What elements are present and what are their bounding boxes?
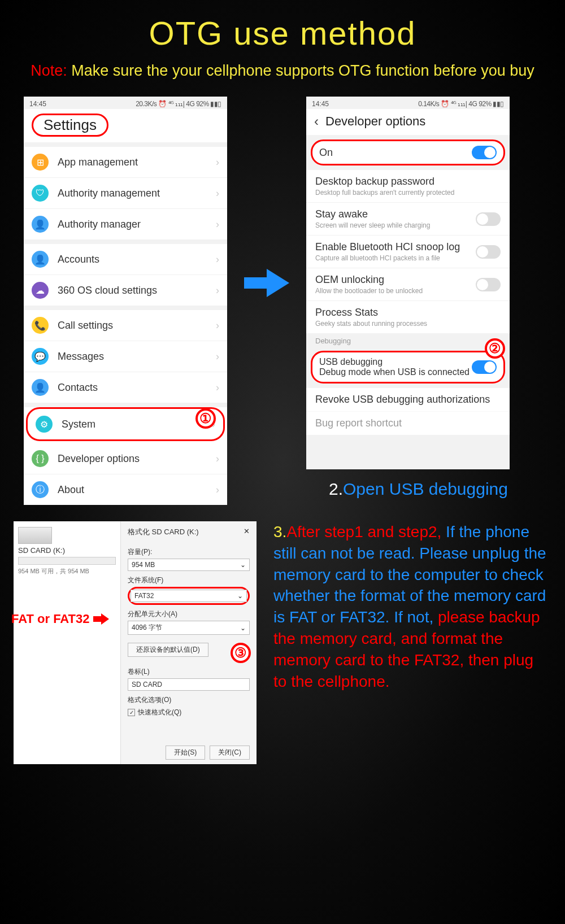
- capacity-value: 954 MB: [132, 561, 155, 569]
- status-time: 14:45: [312, 100, 329, 108]
- fat-text: FAT or FAT32: [11, 612, 90, 626]
- drive-title: SD CARD (K:): [18, 546, 116, 555]
- row-revoke-usb-auth[interactable]: Revoke USB debugging authorizations: [306, 388, 510, 411]
- settings-section-2: 👤 Accounts › ☁ 360 OS cloud settings ›: [24, 244, 227, 306]
- row-accounts[interactable]: 👤 Accounts ›: [24, 244, 227, 274]
- row-label: About: [58, 484, 216, 496]
- row-messages[interactable]: 💬 Messages ›: [24, 341, 227, 372]
- chevron-right-icon: ›: [216, 351, 219, 363]
- dev-on-highlight: On: [311, 140, 505, 165]
- row-developer-options[interactable]: { } Developer options ›: [24, 443, 227, 474]
- debugging-section-header: Debugging: [306, 333, 510, 348]
- close-button[interactable]: 关闭(C): [210, 746, 250, 760]
- step3-num: 3.: [273, 523, 286, 541]
- volume-input[interactable]: SD CARD: [128, 678, 250, 691]
- allocation-label: 分配单元大小(A): [128, 609, 250, 619]
- quick-format-option[interactable]: ✓ 快速格式化(Q): [128, 708, 250, 717]
- row-subtitle: Screen will never sleep while charging: [315, 221, 476, 229]
- row-call-settings[interactable]: 📞 Call settings ›: [24, 310, 227, 341]
- row-bt-snoop[interactable]: Enable Bluetooth HCI snoop logCapture al…: [306, 235, 510, 268]
- dev-section-2: Revoke USB debugging authorizations Bug …: [306, 388, 510, 435]
- start-button[interactable]: 开始(S): [166, 746, 205, 760]
- row-label: Authority manager: [58, 219, 216, 230]
- phone-settings: 14:45 20.3K/s ⏰ ⁴ᴳ ₁₁₁| 4G 92% ▮▮▯ Setti…: [24, 97, 227, 469]
- row-title: Bug report shortcut: [315, 417, 501, 429]
- filesystem-select[interactable]: FAT32⌄: [131, 590, 247, 602]
- chevron-right-icon: ›: [216, 320, 219, 332]
- capacity-select[interactable]: 954 MB⌄: [128, 559, 250, 571]
- row-label: Accounts: [58, 254, 216, 265]
- status-bar: 14:45 20.3K/s ⏰ ⁴ᴳ ₁₁₁| 4G 92% ▮▮▯: [24, 97, 227, 109]
- dev-on-toggle[interactable]: [472, 146, 497, 159]
- svg-marker-0: [244, 269, 289, 297]
- row-about[interactable]: ⓘ About ›: [24, 474, 227, 505]
- close-icon[interactable]: ✕: [244, 527, 250, 537]
- row-desktop-backup[interactable]: Desktop backup passwordDesktop full back…: [306, 170, 510, 202]
- filesystem-value: FAT32: [134, 592, 154, 600]
- row-label: 360 OS cloud settings: [58, 285, 216, 297]
- row-app-management[interactable]: ⊞ App management ›: [24, 147, 227, 177]
- settings-section-3: 📞 Call settings › 💬 Messages › 👤 Contact…: [24, 310, 227, 403]
- row-oem-unlock[interactable]: OEM unlockingAllow the bootloader to be …: [306, 268, 510, 300]
- usb-debugging-subtitle: Debug mode when USB is connected: [319, 367, 472, 377]
- format-dialog: SD CARD (K:) 954 MB 可用，共 954 MB FAT or F…: [14, 521, 257, 764]
- svg-marker-1: [93, 613, 109, 625]
- row-label: Call settings: [58, 320, 216, 332]
- chevron-right-icon: ›: [216, 285, 219, 297]
- row-contacts[interactable]: 👤 Contacts ›: [24, 372, 227, 403]
- phones-row: 14:45 20.3K/s ⏰ ⁴ᴳ ₁₁₁| 4G 92% ▮▮▯ Setti…: [0, 97, 565, 469]
- callout-badge-1: ①: [195, 408, 216, 429]
- bottom-row: SD CARD (K:) 954 MB 可用，共 954 MB FAT or F…: [0, 521, 565, 764]
- drive-usage-text: 954 MB 可用，共 954 MB: [18, 567, 116, 576]
- toggle-stay-awake[interactable]: [476, 212, 501, 226]
- chevron-down-icon: ⌄: [240, 561, 246, 569]
- restore-defaults-button[interactable]: 还原设备的默认值(D): [128, 643, 208, 657]
- explorer-pane: SD CARD (K:) 954 MB 可用，共 954 MB: [14, 521, 121, 764]
- row-bug-report[interactable]: Bug report shortcut: [306, 411, 510, 435]
- caption-text: Open USB debugging: [343, 480, 508, 498]
- note-line: Note: Make sure the your cellphone suppo…: [0, 62, 565, 80]
- message-icon: 💬: [32, 348, 49, 365]
- shield-icon: 🛡: [32, 185, 49, 202]
- row-subtitle: Allow the bootloader to be unlocked: [315, 287, 476, 295]
- toggle-oem-unlock[interactable]: [476, 278, 501, 291]
- row-label: Messages: [58, 351, 216, 363]
- settings-section-4: ⚙ System › ① { } Developer options › ⓘ A…: [24, 407, 227, 505]
- usb-debugging-highlight: USB debugging Debug mode when USB is con…: [311, 351, 505, 383]
- chevron-down-icon: ⌄: [240, 624, 246, 632]
- row-authority-manager[interactable]: 👤 Authority manager ›: [24, 208, 227, 239]
- gear-icon: ⚙: [36, 416, 53, 433]
- fat-annotation: FAT or FAT32: [11, 612, 109, 626]
- dialog-titlebar: 格式化 SD CARD (K:) ✕: [128, 526, 250, 543]
- format-dialog-body: 格式化 SD CARD (K:) ✕ 容量(P): 954 MB⌄ 文件系统(F…: [121, 521, 257, 764]
- filesystem-highlight: FAT32⌄: [128, 587, 250, 605]
- status-bar: 14:45 0.14K/s ⏰ ⁴ᴳ ₁₁₁| 4G 92% ▮▮▯: [306, 97, 510, 109]
- step3-text: 3.After step1 and step2, If the phone st…: [273, 521, 549, 764]
- developer-options-header: ‹ Developer options: [306, 109, 510, 135]
- arrow-right-icon: [244, 269, 289, 297]
- row-authority-management[interactable]: 🛡 Authority management ›: [24, 177, 227, 208]
- caption-2: 2.Open USB debugging: [329, 480, 549, 499]
- drive-usage-bar: [18, 557, 116, 565]
- row-cloud-settings[interactable]: ☁ 360 OS cloud settings ›: [24, 274, 227, 306]
- row-title: Enable Bluetooth HCI snoop log: [315, 241, 476, 253]
- allocation-select[interactable]: 4096 字节⌄: [128, 621, 250, 635]
- back-icon[interactable]: ‹: [314, 114, 319, 129]
- row-label: Authority management: [58, 188, 216, 199]
- header-title: Developer options: [325, 114, 425, 129]
- row-label: App management: [58, 156, 216, 168]
- row-stay-awake[interactable]: Stay awakeScreen will never sleep while …: [306, 202, 510, 235]
- dialog-buttons: 开始(S) 关闭(C): [128, 746, 250, 760]
- row-title: Desktop backup password: [315, 176, 501, 188]
- row-process-stats[interactable]: Process StatsGeeky stats about running p…: [306, 300, 510, 333]
- chevron-right-icon: ›: [216, 156, 219, 168]
- row-subtitle: Geeky stats about running processes: [315, 320, 501, 328]
- usb-debugging-toggle[interactable]: [472, 360, 497, 374]
- chevron-right-icon: ›: [216, 382, 219, 394]
- checkbox-icon: ✓: [128, 709, 135, 716]
- toggle-bt-snoop[interactable]: [476, 245, 501, 259]
- chevron-right-icon: ›: [216, 188, 219, 199]
- settings-header: Settings: [24, 109, 227, 142]
- row-system[interactable]: ⚙ System ›: [26, 407, 225, 441]
- allocation-value: 4096 字节: [132, 623, 162, 633]
